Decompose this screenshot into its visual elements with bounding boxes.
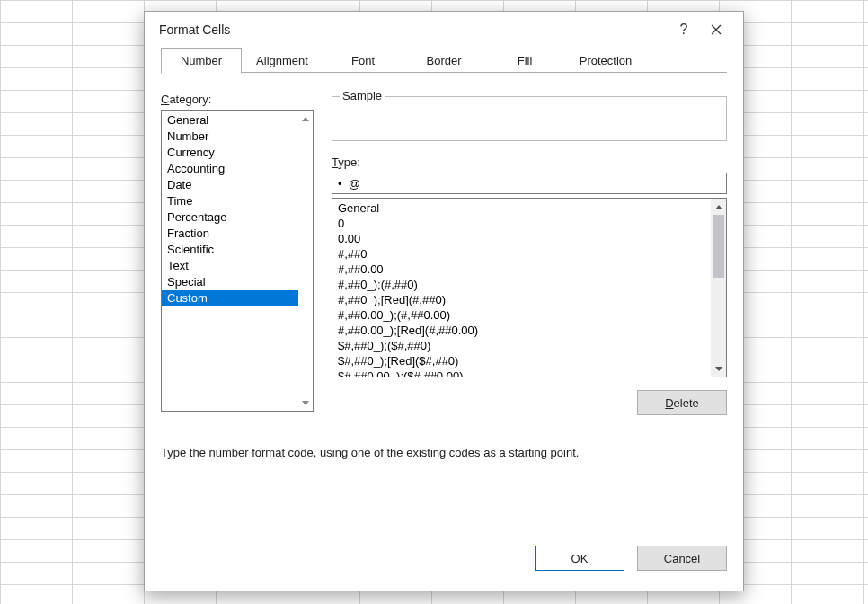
chevron-down-icon [302,401,309,405]
dialog-titlebar: Format Cells ? [145,12,743,48]
category-item-scientific[interactable]: Scientific [162,242,298,258]
category-item-percentage[interactable]: Percentage [162,209,298,226]
delete-button[interactable]: Delete [637,390,727,415]
tab-strip: Number Alignment Font Border Fill Protec… [145,48,743,73]
format-cells-dialog: Format Cells ? Number Alignment Font Bor… [144,11,744,591]
category-item-time[interactable]: Time [162,193,298,209]
dialog-body: Category: General Number Currency Accoun… [145,73,743,538]
hint-text: Type the number format code, using one o… [161,446,727,459]
scroll-up-icon[interactable] [711,199,726,215]
type-item[interactable]: General [332,200,711,216]
ok-button[interactable]: OK [535,546,624,571]
help-icon: ? [680,22,688,38]
type-item[interactable]: #,##0 [332,246,711,262]
category-item-date[interactable]: Date [162,177,298,193]
category-scrollbar[interactable] [298,111,313,411]
category-item-text[interactable]: Text [162,258,298,274]
type-listbody: General 0 0.00 #,##0 #,##0.00 #,##0_);(#… [332,199,711,377]
category-item-currency[interactable]: Currency [162,145,298,161]
scroll-down-icon[interactable] [298,395,313,411]
type-item[interactable]: #,##0_);(#,##0) [332,277,711,292]
type-item[interactable]: #,##0.00 [332,262,711,277]
type-item[interactable]: 0 [332,216,711,231]
category-listbox[interactable]: General Number Currency Accounting Date … [161,110,314,412]
type-scrollbar[interactable] [711,199,726,377]
scroll-down-icon[interactable] [711,360,726,377]
type-listbox[interactable]: General 0 0.00 #,##0 #,##0.00 #,##0_);(#… [332,198,727,378]
tab-fill[interactable]: Fill [484,49,565,73]
tab-number[interactable]: Number [161,48,242,74]
type-item[interactable]: $#,##0.00_);($#,##0.00) [332,369,711,378]
category-item-general[interactable]: General [162,112,298,129]
columns: Category: General Number Currency Accoun… [161,93,727,415]
tab-border[interactable]: Border [403,49,484,73]
sample-frame: Sample [332,96,727,141]
right-column: Sample Type: General 0 0.00 #,##0 #,##0.… [332,93,727,415]
category-item-special[interactable]: Special [162,274,298,290]
type-item[interactable]: $#,##0_);[Red]($#,##0) [332,353,711,369]
category-item-fraction[interactable]: Fraction [162,226,298,242]
help-button[interactable]: ? [668,17,700,42]
dialog-footer: OK Cancel [145,538,743,591]
type-item[interactable]: 0.00 [332,231,711,246]
type-label: Type: [332,155,727,169]
category-item-custom[interactable]: Custom [162,290,298,306]
cancel-button[interactable]: Cancel [637,546,727,571]
close-icon [711,24,722,35]
close-button[interactable] [700,17,732,42]
dialog-title: Format Cells [159,22,668,37]
type-item[interactable]: #,##0.00_);(#,##0.00) [332,307,711,323]
type-item[interactable]: $#,##0_);($#,##0) [332,338,711,353]
delete-row: Delete [332,390,727,415]
scrollbar-thumb[interactable] [713,215,724,278]
category-column: Category: General Number Currency Accoun… [161,93,314,415]
sample-label: Sample [340,89,385,102]
type-input[interactable] [332,173,727,194]
category-item-accounting[interactable]: Accounting [162,161,298,177]
category-listbody: General Number Currency Accounting Date … [162,111,298,411]
type-item[interactable]: #,##0.00_);[Red](#,##0.00) [332,323,711,338]
chevron-down-icon [715,367,722,371]
scroll-up-icon[interactable] [298,111,313,127]
tab-alignment[interactable]: Alignment [242,49,323,73]
chevron-up-icon [302,117,309,121]
chevron-up-icon [715,205,722,209]
type-item[interactable]: #,##0_);[Red](#,##0) [332,292,711,307]
tab-protection[interactable]: Protection [565,49,646,73]
category-label: Category: [161,93,314,106]
category-item-number[interactable]: Number [162,129,298,145]
tab-font[interactable]: Font [323,49,403,73]
